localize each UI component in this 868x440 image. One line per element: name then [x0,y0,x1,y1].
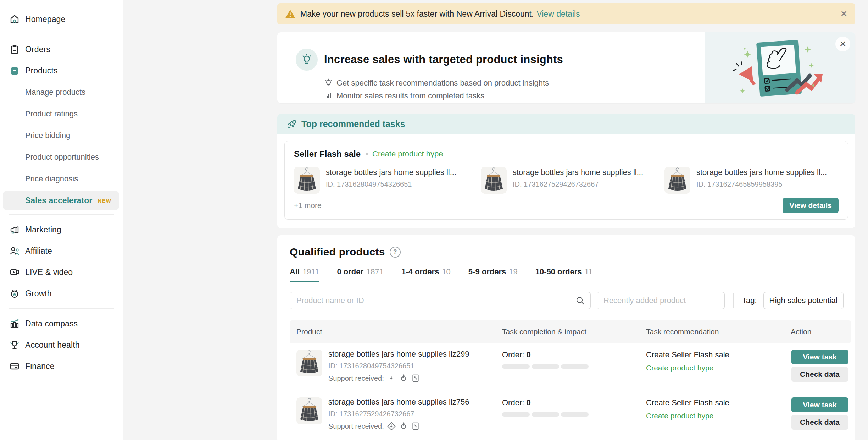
product-id: ID: 1731628049754326651 [328,362,469,370]
sort-select-value: Recently added product [603,296,712,305]
filter-row: Recently added product Tag: High sales p… [290,292,851,309]
view-details-button[interactable]: View details [783,198,839,213]
product-image [664,167,690,194]
task-recommendation: Create Seller Flash sale [646,398,791,407]
search-icon[interactable] [575,296,585,305]
product-id: ID: 1731627465859958395 [696,180,827,188]
sidebar-item-growth[interactable]: Growth [0,283,123,304]
column-header-task-completion: Task completion & impact [502,328,646,336]
sort-select[interactable]: Recently added product [597,292,725,309]
sidebar-item-products[interactable]: Products [0,60,123,81]
bar-chart-icon [9,318,21,330]
check-data-button[interactable]: Check data [791,367,848,382]
idea-icon [324,78,333,87]
chart-icon [324,91,333,100]
recommended-tasks-section: Top recommended tasks Seller Flash sale … [277,114,855,228]
search-input[interactable] [290,296,573,305]
tab-count: 10 [442,267,450,276]
create-product-hype-link[interactable]: Create product hype [372,149,443,159]
sidebar-item-product-opportunities[interactable]: Product opportunities [0,146,123,168]
progress-segments [502,364,646,369]
sidebar-divider [9,34,114,34]
insights-body: Increase sales with targeted product ins… [277,32,703,100]
product-name: storage bottles jars home supplies ll... [326,168,456,177]
close-icon[interactable]: ✕ [840,10,847,18]
product-id: ID: 1731628049754326651 [326,180,456,188]
column-header-action: Action [791,328,848,336]
impact-value: - [502,375,646,384]
sidebar-item-orders[interactable]: Orders [0,39,123,60]
sidebar-item-manage-products[interactable]: Manage products [0,81,123,103]
tab-label: 1-4 orders [401,267,439,276]
video-icon [9,266,21,278]
bullet-text: Get specific task recommendations based … [336,78,549,88]
sidebar-item-product-ratings[interactable]: Product ratings [0,103,123,125]
sidebar-item-label: Marketing [25,225,61,235]
close-icon[interactable]: ✕ [835,37,850,51]
insights-bullet: Get specific task recommendations based … [324,78,703,88]
tag-filter-value[interactable]: High sales potential [763,292,844,309]
tab-5-9-orders[interactable]: 5-9 orders 19 [468,267,518,282]
sidebar-item-homepage[interactable]: Homepage [0,9,123,30]
product-image [294,167,320,194]
help-icon[interactable]: ? [390,247,401,258]
trophy-icon [9,339,21,351]
sidebar-item-live-video[interactable]: LIVE & video [0,262,123,283]
tab-0-order[interactable]: 0 order 1871 [337,267,384,282]
sidebar-item-sales-accelerator[interactable]: Sales accelerator NEW [3,191,119,210]
lightbulb-icon [296,49,318,71]
tab-count: 1911 [302,267,319,276]
view-task-button[interactable]: View task [791,397,848,412]
tasks-section-header: Top recommended tasks [277,114,855,134]
sidebar-item-data-compass[interactable]: Data compass [0,313,123,334]
tab-1-4-orders[interactable]: 1-4 orders 10 [401,267,451,282]
product-image [296,397,322,424]
flash-product-item[interactable]: storage bottles jars home supplies ll...… [294,167,481,194]
column-header-task-recommendation: Task recommendation [646,328,791,336]
flash-sale-title: Seller Flash sale [294,149,361,159]
sidebar-item-finance[interactable]: Finance [0,356,123,377]
order-count: Order: 0 [502,398,646,407]
sidebar-item-label: Products [25,66,58,76]
sidebar-item-price-bidding[interactable]: Price bidding [0,125,123,146]
sidebar-item-account-health[interactable]: Account health [0,334,123,356]
product-name: storage bottles jars home supplies ll... [696,168,827,177]
table-row: storage bottles jars home supplies llz29… [290,343,851,391]
task-recommendation: Create Seller Flash sale [646,350,791,359]
flame-icon [399,422,408,431]
check-data-button[interactable]: Check data [791,415,848,430]
sidebar-item-label: Data compass [25,319,78,329]
sidebar-divider [9,308,114,309]
promo-banner: Make your new products sell 5x faster wi… [277,3,855,24]
tab-all[interactable]: All 1911 [290,267,319,282]
products-icon [9,65,21,77]
flash-sale-card: Seller Flash sale Create product hype st… [284,141,848,220]
sidebar-item-label: LIVE & video [25,268,73,277]
flame-icon [399,374,408,383]
warning-icon [285,9,295,18]
tasks-section-body: Seller Flash sale Create product hype st… [277,134,855,228]
create-product-hype-link[interactable]: Create product hype [646,364,791,372]
sidebar-item-price-diagnosis[interactable]: Price diagnosis [0,168,123,189]
sidebar-item-affiliate[interactable]: Affiliate [0,240,123,262]
tab-label: 0 order [337,267,363,276]
insights-card: Increase sales with targeted product ins… [277,32,855,103]
flash-product-item[interactable]: storage bottles jars home supplies ll...… [664,167,839,194]
flash-product-item[interactable]: storage bottles jars home supplies ll...… [481,167,664,194]
banner-view-details-link[interactable]: View details [536,9,580,19]
create-product-hype-link[interactable]: Create product hype [646,412,791,420]
table-row: storage bottles jars home supplies llz75… [290,391,851,437]
main-content: Make your new products sell 5x faster wi… [277,0,855,440]
tab-10-50-orders[interactable]: 10-50 orders 11 [535,267,593,282]
sidebar-item-marketing[interactable]: Marketing [0,219,123,240]
qualified-products-title: Qualified products [290,246,385,258]
product-id: ID: 1731627529426732667 [328,410,469,418]
view-task-button[interactable]: View task [791,350,848,364]
dot-separator [366,153,368,155]
product-name: storage bottles jars home supplies ll... [513,168,643,177]
sidebar-item-label: Sales accelerator [25,196,92,205]
product-search [290,292,591,309]
product-name: storage bottles jars home supplies llz29… [328,350,469,359]
coupon-icon [411,422,420,431]
sidebar: Homepage Orders Products Manage products… [0,0,123,440]
